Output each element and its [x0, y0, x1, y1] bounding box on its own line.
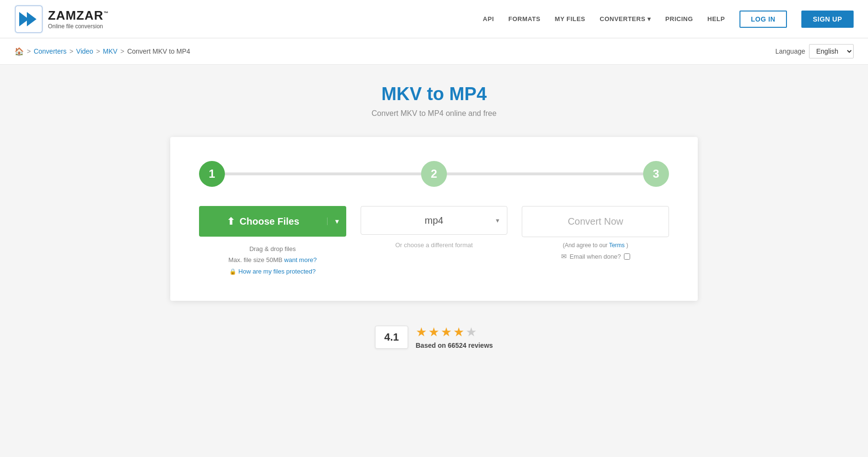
col-convert: Convert Now (And agree to our Terms ) ✉ …: [522, 206, 669, 260]
format-select[interactable]: mp4 avi mov wmv flv: [369, 215, 500, 226]
logo-sub: Online file conversion: [48, 23, 109, 30]
nav-converters[interactable]: CONVERTERS ▾: [600, 15, 651, 23]
nav-my-files[interactable]: MY FILES: [555, 15, 586, 23]
email-icon: ✉: [561, 252, 567, 260]
terms-link[interactable]: Terms: [609, 242, 625, 249]
upload-icon: ⬆: [227, 216, 235, 227]
drag-drop-text: Drag & drop files: [228, 243, 317, 254]
star-5: ★: [466, 325, 477, 340]
rating-section: 4.1 ★ ★ ★ ★ ★ Based on 66524 reviews: [375, 325, 493, 349]
login-button[interactable]: LOG IN: [739, 11, 787, 28]
star-4: ★: [453, 325, 464, 340]
main-content: MKV to MP4 Convert MKV to MP4 online and…: [0, 65, 868, 378]
breadcrumb-converters[interactable]: Converters: [34, 47, 66, 55]
logo[interactable]: ZAMZAR™ Online file conversion: [14, 5, 109, 34]
breadcrumb-sep-4: >: [120, 47, 124, 55]
header: ZAMZAR™ Online file conversion API FORMA…: [0, 0, 868, 38]
want-more-link[interactable]: want more?: [284, 256, 317, 263]
step-3: 3: [643, 161, 669, 187]
rating-text: Based on 66524 reviews: [416, 342, 493, 349]
step-1: 1: [199, 161, 225, 187]
breadcrumb: 🏠 > Converters > Video > MKV > Convert M…: [14, 47, 190, 56]
star-1: ★: [416, 325, 427, 340]
nav-converters-label: CONVERTERS: [600, 15, 645, 23]
col-format: mp4 avi mov wmv flv ▾ Or choose a differ…: [361, 206, 508, 249]
stars: ★ ★ ★ ★ ★: [416, 325, 493, 340]
chevron-down-icon: ▾: [335, 217, 339, 225]
star-2: ★: [428, 325, 439, 340]
breadcrumb-sep-2: >: [70, 47, 73, 55]
converter-box: 1 2 3 ⬆ Choose Files ▾: [170, 137, 698, 301]
format-hint: Or choose a different format: [395, 241, 473, 249]
chevron-down-icon: ▾: [496, 217, 499, 224]
breadcrumb-bar: 🏠 > Converters > Video > MKV > Convert M…: [0, 38, 868, 65]
controls-row: ⬆ Choose Files ▾ Drag & drop files Max. …: [199, 206, 669, 277]
steps-row: 1 2 3: [199, 161, 669, 187]
nav-api[interactable]: API: [483, 15, 494, 23]
choose-files-dropdown[interactable]: ▾: [327, 217, 346, 225]
language-label: Language: [775, 47, 805, 55]
choose-files-label: Choose Files: [240, 216, 299, 227]
breadcrumb-sep-3: >: [96, 47, 100, 55]
logo-text: ZAMZAR™ Online file conversion: [48, 8, 109, 30]
col-choose: ⬆ Choose Files ▾ Drag & drop files Max. …: [199, 206, 346, 277]
home-icon[interactable]: 🏠: [14, 47, 24, 56]
email-row: ✉ Email when done?: [561, 252, 630, 260]
protection-row: 🔒 How are my files protected?: [228, 266, 317, 277]
protection-link[interactable]: How are my files protected?: [238, 268, 316, 275]
chevron-down-icon: ▾: [647, 15, 651, 23]
breadcrumb-video[interactable]: Video: [76, 47, 94, 55]
convert-now-button[interactable]: Convert Now: [522, 206, 669, 237]
choose-info: Drag & drop files Max. file size 50MB wa…: [228, 243, 317, 277]
choose-files-button[interactable]: ⬆ Choose Files ▾: [199, 206, 346, 237]
breadcrumb-sep-1: >: [27, 47, 31, 55]
convert-info: (And agree to our Terms ): [563, 242, 628, 249]
rating-card: 4.1 ★ ★ ★ ★ ★ Based on 66524 reviews: [375, 325, 493, 349]
rating-score: 4.1: [375, 326, 408, 349]
max-size-text: Max. file size 50MB want more?: [228, 254, 317, 265]
email-checkbox[interactable]: [624, 253, 630, 260]
step-2: 2: [421, 161, 447, 187]
breadcrumb-current: Convert MKV to MP4: [127, 47, 190, 55]
email-label: Email when done?: [570, 253, 621, 260]
breadcrumb-mkv[interactable]: MKV: [103, 47, 117, 55]
page-subtitle: Convert MKV to MP4 online and free: [372, 109, 497, 118]
language-select[interactable]: English French German Spanish: [809, 44, 854, 58]
main-nav: API FORMATS MY FILES CONVERTERS ▾ PRICIN…: [483, 11, 854, 28]
rating-right: ★ ★ ★ ★ ★ Based on 66524 reviews: [416, 325, 493, 349]
nav-help[interactable]: HELP: [707, 15, 725, 23]
lock-icon: 🔒: [229, 268, 236, 275]
nav-pricing[interactable]: PRICING: [665, 15, 693, 23]
signup-button[interactable]: SIGN UP: [801, 11, 854, 28]
logo-icon: [14, 5, 43, 34]
logo-name-text: ZAMZAR: [48, 8, 104, 23]
star-3: ★: [441, 325, 452, 340]
language-area: Language English French German Spanish: [775, 44, 854, 58]
page-title: MKV to MP4: [381, 84, 487, 104]
format-select-wrap: mp4 avi mov wmv flv ▾: [361, 206, 508, 235]
logo-tm: ™: [104, 11, 109, 16]
nav-formats[interactable]: FORMATS: [508, 15, 540, 23]
